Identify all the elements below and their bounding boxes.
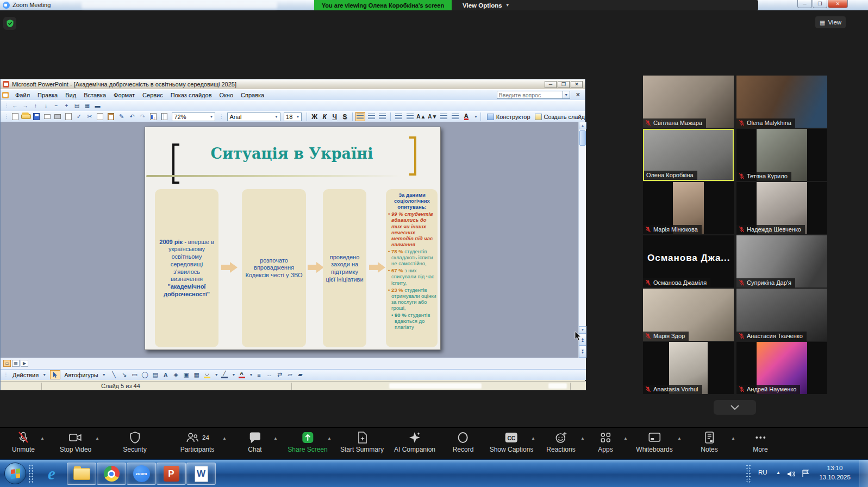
slideshow-view-button[interactable]: ▶ bbox=[21, 360, 28, 367]
italic-button[interactable]: К bbox=[320, 113, 329, 121]
increase-indent-button[interactable] bbox=[450, 112, 460, 121]
promote-icon[interactable]: ← bbox=[10, 102, 20, 110]
menu-slideshow[interactable]: Показ слайдов bbox=[167, 91, 216, 99]
move-up-icon[interactable]: ↑ bbox=[31, 102, 40, 110]
font-color-draw-button[interactable]: А bbox=[238, 371, 246, 379]
minimize-button[interactable]: ─ bbox=[797, 0, 812, 8]
chevron-up-icon[interactable]: ▲ bbox=[580, 436, 585, 441]
align-center-button[interactable] bbox=[366, 112, 377, 121]
participant-tile[interactable]: Тетяна Курило bbox=[736, 129, 827, 181]
participant-tile[interactable]: Надежда Шевченко bbox=[736, 182, 827, 234]
cut-icon[interactable]: ✂ bbox=[85, 113, 95, 121]
start-button[interactable] bbox=[4, 463, 26, 484]
rectangle-tool-icon[interactable]: ▭ bbox=[130, 371, 139, 378]
action-center-flag-icon[interactable] bbox=[798, 463, 813, 485]
participant-tile[interactable]: Марія Здор bbox=[643, 289, 734, 341]
arrow-tool-icon[interactable]: ↘ bbox=[120, 371, 129, 378]
print-icon[interactable] bbox=[53, 113, 63, 121]
participant-tile[interactable]: Суприкіна Дар'я bbox=[736, 235, 827, 288]
font-size-select[interactable]: 18 ▼ bbox=[284, 113, 302, 121]
font-color-button[interactable]: А bbox=[461, 112, 471, 121]
participant-tile[interactable]: Anastasia Vorhul bbox=[643, 342, 734, 394]
internet-explorer-icon[interactable]: e bbox=[37, 463, 66, 485]
decrease-indent-button[interactable] bbox=[439, 112, 449, 121]
fill-color-button[interactable]: ◡ bbox=[203, 371, 211, 379]
print-preview-icon[interactable] bbox=[64, 113, 73, 121]
bulleted-list-button[interactable] bbox=[405, 112, 415, 121]
menu-file[interactable]: Файл bbox=[11, 91, 34, 99]
taskbar-clock[interactable]: 13:10 13.10.2025 bbox=[813, 464, 857, 482]
wordart-icon[interactable]: A bbox=[161, 372, 170, 378]
arrow-style-icon[interactable]: ⇄ bbox=[275, 371, 284, 378]
normal-view-button[interactable]: ▭ bbox=[3, 360, 11, 367]
expand-icon[interactable]: + bbox=[62, 102, 71, 110]
unmute-button[interactable]: Unmute bbox=[12, 431, 35, 453]
participant-tile[interactable]: Анастасия Ткаченко bbox=[736, 289, 827, 341]
slide[interactable]: Ситуація в Україні 2009 рік - вперше в у… bbox=[145, 127, 441, 350]
chart-icon[interactable] bbox=[148, 113, 158, 121]
zoom-level-select[interactable]: 72% ▼ bbox=[172, 113, 215, 121]
open-icon[interactable] bbox=[21, 113, 31, 121]
participant-tile[interactable]: Olena Malykhina bbox=[736, 76, 827, 128]
record-button[interactable]: Record bbox=[453, 431, 474, 453]
chevron-down-icon[interactable]: ▼ bbox=[474, 115, 478, 118]
volume-icon[interactable] bbox=[784, 463, 798, 485]
share-screen-button[interactable]: Share Screen bbox=[288, 431, 327, 453]
chevron-up-icon[interactable]: ▲ bbox=[531, 436, 535, 441]
more-button[interactable]: More bbox=[753, 431, 767, 453]
security-shield-icon[interactable] bbox=[3, 17, 16, 30]
ppt-minimize-button[interactable]: ─ bbox=[545, 81, 557, 88]
shadow-style-icon[interactable]: ▱ bbox=[285, 371, 294, 378]
vertical-scrollbar[interactable]: ▲ ▼ ▲▲ ▼▼ bbox=[578, 122, 586, 358]
menu-edit[interactable]: Правка bbox=[34, 91, 61, 99]
draw-actions-button[interactable]: Действия▼ bbox=[10, 372, 48, 378]
chrome-icon[interactable] bbox=[97, 463, 126, 485]
new-icon[interactable] bbox=[10, 113, 20, 121]
spelling-icon[interactable]: ✓ bbox=[74, 113, 84, 121]
powerpoint-titlebar[interactable]: Microsoft PowerPoint - [Академічна добро… bbox=[1, 79, 585, 89]
paste-icon[interactable] bbox=[106, 113, 116, 121]
three-d-style-icon[interactable]: ▰ bbox=[296, 371, 304, 378]
line-tool-icon[interactable]: ╲ bbox=[110, 371, 118, 378]
slide-sorter-view-button[interactable]: ▦ bbox=[12, 360, 20, 367]
restore-button[interactable]: ❐ bbox=[813, 0, 827, 8]
summary-slide-icon[interactable]: ▬ bbox=[93, 102, 102, 110]
chevron-down-icon[interactable]: ▼ bbox=[215, 373, 218, 377]
numbered-list-button[interactable] bbox=[394, 112, 404, 121]
next-participants-page-button[interactable] bbox=[714, 400, 756, 415]
zoom-taskbar-icon[interactable]: zoom bbox=[127, 463, 156, 485]
language-indicator[interactable]: RU bbox=[758, 469, 767, 476]
show-desktop-button[interactable] bbox=[859, 460, 868, 487]
whiteboards-button[interactable]: Whiteboards bbox=[636, 431, 672, 453]
question-dropdown-icon[interactable]: ▼ bbox=[563, 91, 570, 99]
reactions-button[interactable]: Reactions bbox=[546, 431, 575, 453]
text-box-icon[interactable]: ▤ bbox=[151, 371, 160, 378]
participant-tile[interactable]: Андрей Науменко bbox=[736, 342, 827, 394]
move-down-icon[interactable]: ↓ bbox=[41, 102, 51, 110]
collapse-icon[interactable]: − bbox=[52, 102, 61, 110]
chevron-down-icon[interactable]: ▼ bbox=[232, 373, 236, 377]
chevron-up-icon[interactable]: ▲ bbox=[273, 436, 278, 441]
menu-help[interactable]: Справка bbox=[237, 91, 268, 99]
participant-tile-no-video[interactable]: Османова Джа... Османова Джамiля bbox=[643, 235, 734, 288]
view-options-button[interactable]: View Options ▼ bbox=[463, 0, 510, 10]
underline-button[interactable]: Ч bbox=[330, 113, 339, 121]
save-icon[interactable] bbox=[32, 113, 42, 121]
slide-canvas[interactable]: Ситуація в Україні 2009 рік - вперше в у… bbox=[1, 122, 578, 358]
align-left-button[interactable] bbox=[355, 112, 366, 121]
participant-tile[interactable]: Світлана Мажара bbox=[643, 76, 734, 128]
decrease-font-button[interactable]: А▼ bbox=[427, 112, 438, 121]
diagram-icon[interactable]: ◈ bbox=[172, 371, 180, 378]
scrollbar-thumb[interactable] bbox=[579, 130, 586, 146]
ppt-doc-close-icon[interactable]: ✕ bbox=[573, 91, 583, 98]
oval-tool-icon[interactable]: ◯ bbox=[141, 371, 149, 378]
undo-icon[interactable]: ↶ bbox=[127, 113, 137, 121]
powerpoint-taskbar-icon[interactable]: P bbox=[157, 463, 186, 485]
picture-icon[interactable]: ▦ bbox=[192, 371, 201, 378]
align-right-button[interactable] bbox=[378, 112, 388, 121]
table-icon[interactable] bbox=[159, 113, 169, 121]
ppt-close-button[interactable]: ✕ bbox=[571, 81, 583, 88]
shadow-button[interactable]: S bbox=[340, 113, 349, 121]
chevron-up-icon[interactable]: ▲ bbox=[731, 436, 735, 441]
format-painter-icon[interactable]: ✎ bbox=[117, 113, 127, 121]
